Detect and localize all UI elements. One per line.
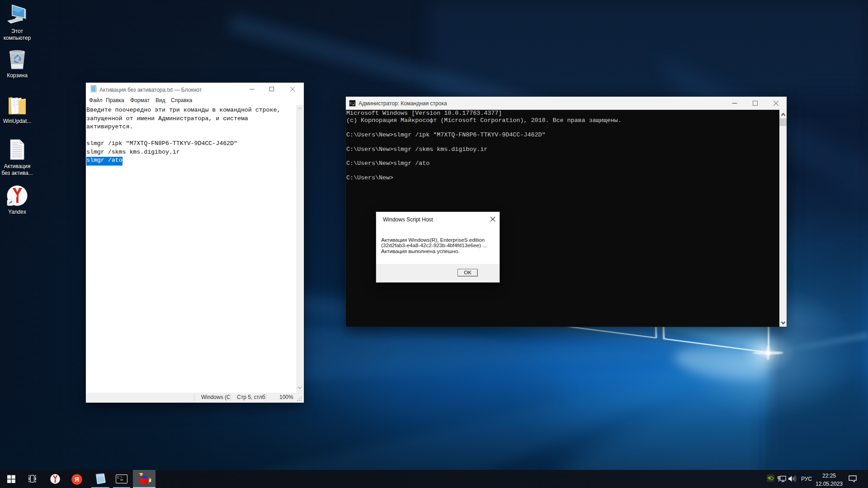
svg-text:C:\: C:\ <box>350 102 355 105</box>
svg-text:Я: Я <box>75 476 79 483</box>
svg-text:C:\: C:\ <box>117 476 123 479</box>
